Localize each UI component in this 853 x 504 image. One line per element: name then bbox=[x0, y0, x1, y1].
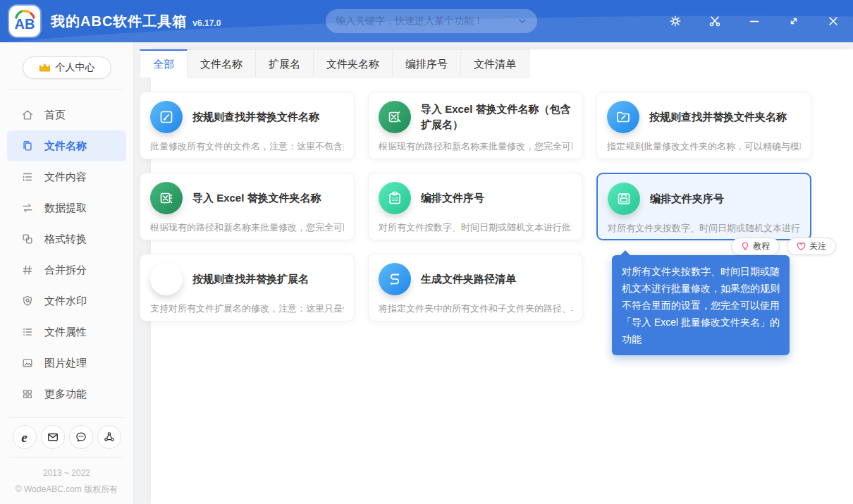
tab-extension[interactable]: 扩展名 bbox=[256, 49, 314, 78]
excel-icon bbox=[379, 101, 411, 133]
excel-icon bbox=[150, 182, 183, 214]
card-title: 编排文件序号 bbox=[421, 190, 484, 207]
tooltip-text: 对所有文件夹按数字、时间日期或随机文本进行批量修改，如果您的规则不符合里面的设置… bbox=[622, 266, 780, 345]
tab-file-name[interactable]: 文件名称 bbox=[188, 49, 256, 78]
minimize-icon[interactable] bbox=[747, 13, 762, 29]
puzzle-icon bbox=[150, 263, 183, 295]
scissors-screenshot-icon[interactable] bbox=[707, 13, 723, 29]
card-title: 按规则查找并替换文件夹名称 bbox=[649, 109, 787, 125]
chat-bubble-icon[interactable] bbox=[69, 425, 93, 449]
search-placeholder: 输入关键字，快速进入某个功能！ bbox=[336, 15, 517, 27]
tab-all[interactable]: 全部 bbox=[140, 49, 188, 78]
sidebar: 个人中心 首页 文件名称 文件内容 数据提取 格式转换 bbox=[0, 42, 134, 504]
sidebar-item-label: 文件内容 bbox=[44, 171, 87, 184]
sidebar-item-label: 格式转换 bbox=[44, 233, 87, 246]
card-description: 指定规则批量修改文件夹的名称，可以精确与模糊查 bbox=[607, 140, 801, 153]
sidebar-item-file-content[interactable]: 文件内容 bbox=[0, 161, 133, 192]
sidebar-item-format-convert[interactable]: 格式转换 bbox=[0, 223, 133, 254]
tab-file-list[interactable]: 文件清单 bbox=[461, 49, 529, 78]
active-card-actions: 教程 关注 bbox=[731, 238, 836, 255]
merge-split-icon bbox=[21, 264, 34, 276]
file-content-icon bbox=[21, 171, 34, 183]
grid-more-icon bbox=[21, 388, 34, 400]
edit-file-icon bbox=[150, 101, 183, 133]
personal-center-button[interactable]: 个人中心 bbox=[23, 56, 111, 79]
tutorial-button[interactable]: 教程 bbox=[731, 238, 780, 255]
sidebar-item-watermark[interactable]: 文件水印 bbox=[0, 285, 133, 316]
file-attributes-icon bbox=[21, 326, 34, 338]
heart-icon bbox=[797, 242, 806, 251]
sidebar-item-image-processing[interactable]: 图片处理 bbox=[0, 348, 133, 379]
svg-text:AB: AB bbox=[15, 16, 35, 32]
resize-maximize-icon[interactable] bbox=[786, 13, 802, 29]
card-description: 对所有文件夹按数字、时间日期或随机文本进行批量 bbox=[608, 222, 800, 235]
card-replace-extension[interactable]: 按规则查找并替换扩展名 支持对所有文件扩展名的修改，注意：这里只是修改 bbox=[140, 254, 355, 321]
card-replace-folder-name[interactable]: 按规则查找并替换文件夹名称 指定规则批量修改文件夹的名称，可以精确与模糊查 bbox=[596, 92, 811, 159]
app-version: v6.17.0 bbox=[192, 18, 221, 28]
card-title: 生成文件夹路径清单 bbox=[421, 271, 516, 288]
browser-e-icon[interactable]: e bbox=[13, 425, 37, 449]
card-description: 对所有文件按数字、时间日期或随机文本进行批量修 bbox=[379, 221, 572, 234]
tab-folder-name[interactable]: 文件夹名称 bbox=[314, 49, 393, 78]
sidebar-item-label: 文件名称 bbox=[44, 140, 87, 153]
copyright: 2013 ~ 2022 © WodeABC.com 版权所有 bbox=[0, 465, 133, 498]
svg-text:1/2: 1/2 bbox=[391, 197, 398, 202]
image-icon bbox=[21, 357, 34, 369]
card-description: 批量修改所有文件的文件名，注意：这里不包含扩展 bbox=[150, 140, 344, 153]
card-folder-serial-number[interactable]: 编排文件夹序号 对所有文件夹按数字、时间日期或随机文本进行批量 bbox=[596, 173, 811, 240]
sidebar-divider bbox=[8, 89, 125, 90]
sidebar-item-label: 首页 bbox=[44, 109, 66, 122]
sidebar-item-label: 文件水印 bbox=[44, 295, 87, 308]
card-replace-file-name[interactable]: 按规则查找并替换文件名称 批量修改所有文件的文件名，注意：这里不包含扩展 bbox=[140, 92, 355, 159]
sidebar-item-home[interactable]: 首页 bbox=[0, 99, 133, 130]
sidebar-divider bbox=[8, 417, 125, 418]
chevron-down-icon[interactable] bbox=[517, 16, 527, 26]
folder-edit-icon bbox=[607, 101, 639, 133]
sidebar-item-file-attributes[interactable]: 文件属性 bbox=[0, 316, 133, 348]
card-folder-path-list[interactable]: 生成文件夹路径清单 将指定文件夹中的所有文件和子文件夹的路径、名称 bbox=[368, 254, 583, 321]
card-title: 编排文件夹序号 bbox=[650, 191, 724, 207]
format-convert-icon bbox=[21, 233, 34, 245]
sidebar-item-label: 数据提取 bbox=[44, 202, 87, 215]
card-tooltip: 对所有文件夹按数字、时间日期或随机文本进行批量修改，如果您的规则不符合里面的设置… bbox=[612, 255, 790, 355]
card-description: 根据现有的路径和新名称来批量修改，您完全可以利 bbox=[150, 221, 344, 234]
sidebar-item-label: 文件属性 bbox=[44, 326, 87, 339]
app-logo: AB bbox=[9, 6, 40, 37]
sidebar-divider bbox=[8, 457, 125, 457]
sidebar-item-data-extract[interactable]: 数据提取 bbox=[0, 192, 133, 223]
follow-button[interactable]: 关注 bbox=[787, 238, 836, 255]
card-description: 根据现有的路径和新名称来批量修改，您完全可以利 bbox=[379, 140, 572, 153]
category-tabs: 全部 文件名称 扩展名 文件夹名称 编排序号 文件清单 bbox=[140, 49, 529, 78]
main-area: 全部 文件名称 扩展名 文件夹名称 编排序号 文件清单 按规则查找并替换文件名称… bbox=[134, 42, 853, 504]
sidebar-item-label: 图片处理 bbox=[44, 357, 87, 370]
share-network-icon[interactable] bbox=[97, 425, 121, 449]
sidebar-item-file-name[interactable]: 文件名称 bbox=[7, 130, 126, 161]
close-icon[interactable] bbox=[826, 13, 841, 29]
tutorial-label: 教程 bbox=[753, 240, 770, 252]
tab-serial-number[interactable]: 编排序号 bbox=[393, 49, 461, 78]
mail-envelope-icon[interactable] bbox=[41, 425, 65, 449]
home-icon bbox=[21, 109, 34, 121]
card-file-serial-number[interactable]: 1/2 编排文件序号 对所有文件按数字、时间日期或随机文本进行批量修 bbox=[368, 173, 583, 240]
crown-icon bbox=[39, 63, 51, 73]
social-links: e bbox=[0, 425, 133, 449]
folder-tray-icon bbox=[608, 183, 640, 215]
card-excel-replace-folder-name[interactable]: 导入 Excel 替换文件夹名称 根据现有的路径和新名称来批量修改，您完全可以利 bbox=[140, 173, 355, 240]
copyright-owner: © WodeABC.com 版权所有 bbox=[0, 481, 133, 498]
sidebar-item-label: 更多功能 bbox=[44, 388, 87, 401]
sidebar-item-label: 合并拆分 bbox=[44, 264, 87, 277]
card-title: 按规则查找并替换扩展名 bbox=[192, 271, 309, 288]
app-window: AB 我的ABC软件工具箱 v6.17.0 输入关键字，快速进入某个功能！ bbox=[0, 0, 853, 504]
title-bar: AB 我的ABC软件工具箱 v6.17.0 输入关键字，快速进入某个功能！ bbox=[0, 0, 853, 42]
card-excel-replace-file-name[interactable]: 导入 Excel 替换文件名称（包含扩展名） 根据现有的路径和新名称来批量修改，… bbox=[368, 92, 583, 159]
sidebar-item-more-features[interactable]: 更多功能 bbox=[0, 379, 133, 410]
path-list-icon bbox=[379, 263, 411, 295]
settings-gear-icon[interactable] bbox=[668, 13, 683, 29]
card-description: 将指定文件夹中的所有文件和子文件夹的路径、名称 bbox=[379, 302, 572, 315]
personal-center-label: 个人中心 bbox=[56, 61, 95, 74]
search-input[interactable]: 输入关键字，快速进入某个功能！ bbox=[326, 9, 537, 33]
app-title: 我的ABC软件工具箱 bbox=[51, 12, 187, 31]
sidebar-item-merge-split[interactable]: 合并拆分 bbox=[0, 254, 133, 285]
clipboard-number-icon: 1/2 bbox=[379, 182, 411, 214]
file-name-icon bbox=[21, 140, 34, 152]
